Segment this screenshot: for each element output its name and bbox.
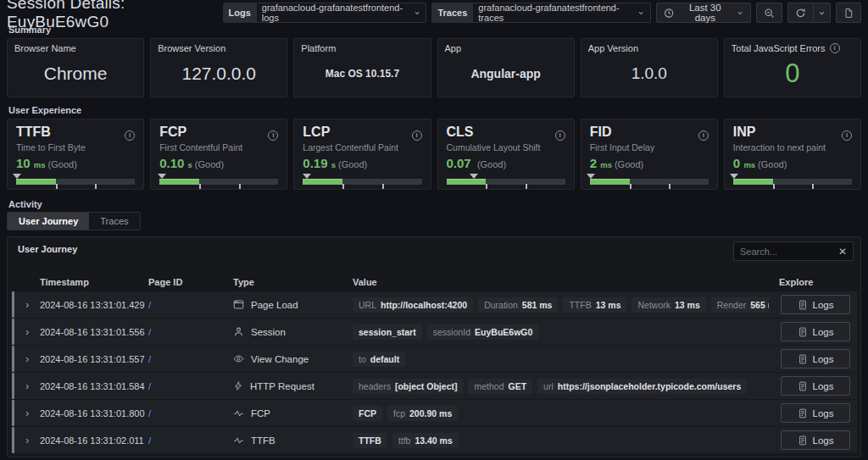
help-icon[interactable]: i xyxy=(268,125,278,141)
value-badge: TTFB xyxy=(353,433,387,448)
web-vital-title: FCP xyxy=(159,125,186,139)
stat-card-app-version: App Version1.0.0 xyxy=(581,38,718,97)
session-details-page: Session Details: EuyBuE6wG0 Logs grafana… xyxy=(0,0,868,460)
badge-label: fcp xyxy=(393,408,405,418)
help-icon[interactable]: i xyxy=(125,125,135,141)
page-id-link[interactable]: / xyxy=(148,408,233,418)
info-icon: i xyxy=(830,43,840,53)
web-vital-card-cls: CLSiCumulative Layout Shift0.07 (Good)0.… xyxy=(437,119,575,190)
badge-label: Network xyxy=(637,300,670,310)
help-icon[interactable]: i xyxy=(842,125,852,141)
page-id-link[interactable]: / xyxy=(148,381,233,391)
info-icon: i xyxy=(698,130,709,141)
web-vital-gauge: 100ms300ms xyxy=(590,179,709,190)
help-icon[interactable]: i xyxy=(412,125,422,141)
time-range-picker[interactable]: Last 30 days xyxy=(656,3,751,23)
browser-window-icon xyxy=(233,299,244,310)
gauge-tick xyxy=(342,184,344,190)
table-row: ›2024-08-16 13:31:01.584/HTTP Requesthea… xyxy=(11,373,857,399)
web-vital-title: CLS xyxy=(447,125,474,139)
zoom-out-button[interactable] xyxy=(756,3,782,23)
gauge-good-range xyxy=(159,179,199,185)
table-row: ›2024-08-16 13:31:01.429/Page LoadURLhtt… xyxy=(11,291,857,318)
explore-cell: Logs xyxy=(769,322,850,341)
row-expander-icon[interactable]: › xyxy=(18,353,40,364)
logs-button-label: Logs xyxy=(813,354,834,364)
badge-value: 565 ms xyxy=(750,300,769,310)
logs-button-label: Logs xyxy=(813,381,834,391)
stat-card-label: Platform xyxy=(294,39,430,53)
gauge-tick xyxy=(56,184,58,190)
gauge-value-marker xyxy=(303,174,311,179)
chevron-down-icon xyxy=(818,9,826,17)
activity-section-label: Activity xyxy=(8,199,42,209)
type-label: TTFB xyxy=(251,435,275,446)
web-vital-value: 0.19 xyxy=(303,156,331,170)
page-id-link[interactable]: / xyxy=(148,327,233,337)
timestamp-cell: 2024-08-16 13:31:01.556 xyxy=(40,327,148,337)
gauge-tick xyxy=(486,184,487,190)
logs-button[interactable]: Logs xyxy=(781,322,850,341)
gauge-track xyxy=(590,179,709,185)
logs-picker-value[interactable]: grafanacloud-grafanatestfrontend-logs xyxy=(257,3,427,23)
type-label: View Change xyxy=(251,354,309,364)
type-label: Page Load xyxy=(251,300,298,310)
web-vital-card-lcp: LCPiLargest Contentful Paint0.19 s(Good)… xyxy=(293,119,431,190)
web-vital-card-fid: FIDiFirst Input Delay2 ms(Good)100ms300m… xyxy=(581,119,718,190)
logs-button[interactable]: Logs xyxy=(781,403,850,423)
logs-button[interactable]: Logs xyxy=(781,295,850,314)
logs-button[interactable]: Logs xyxy=(781,430,850,450)
row-expander-icon[interactable]: › xyxy=(18,435,40,446)
row-expander-icon[interactable]: › xyxy=(18,299,40,310)
page-id-link[interactable]: / xyxy=(148,354,233,364)
search-input[interactable] xyxy=(740,247,838,257)
web-vital-gauge: 200ms500ms xyxy=(733,179,852,190)
gauge-good-range xyxy=(447,179,487,185)
value-badge: fcp200.90 ms xyxy=(387,406,458,421)
clock-icon xyxy=(664,8,674,19)
web-vital-subtitle: Time to First Byte xyxy=(16,142,135,152)
gauge-track xyxy=(303,179,421,185)
value-badges: FCPfcp200.90 ms xyxy=(353,406,769,421)
traces-picker-value[interactable]: grafanacloud-grafanatestfrontend-traces xyxy=(473,3,651,23)
row-expander-icon[interactable]: › xyxy=(18,326,40,337)
web-vital-title: LCP xyxy=(303,125,330,139)
help-icon[interactable]: i xyxy=(555,125,565,141)
stat-card-label: Browser Name xyxy=(8,39,143,53)
web-vital-unit: ms xyxy=(600,160,612,169)
column-header-type: Type xyxy=(233,277,353,287)
type-cell: View Change xyxy=(233,353,353,364)
row-expander-icon[interactable]: › xyxy=(18,380,40,391)
gauge-tick xyxy=(526,184,527,190)
column-header-timestamp: Timestamp xyxy=(40,277,148,287)
help-icon[interactable]: i xyxy=(698,125,709,141)
page-id-link[interactable]: / xyxy=(148,300,233,310)
value-badge: ttfb13.40 ms xyxy=(392,433,459,448)
page-id-link[interactable]: / xyxy=(148,435,233,446)
report-button[interactable] xyxy=(836,3,861,23)
gauge-tick xyxy=(239,184,241,190)
logs-datasource-picker[interactable]: Logs grafanacloud-grafanatestfrontend-lo… xyxy=(223,3,427,23)
badge-value: 13 ms xyxy=(596,300,621,310)
tab-traces[interactable]: Traces xyxy=(89,213,139,230)
logs-button[interactable]: Logs xyxy=(781,349,850,369)
eye-icon xyxy=(233,353,244,364)
stat-card-value: Mac OS 10.15.7 xyxy=(294,53,430,97)
logs-icon xyxy=(798,327,808,337)
tab-user-journey[interactable]: User Journey xyxy=(8,213,89,230)
value-badge: FCP xyxy=(353,406,382,421)
refresh-button[interactable] xyxy=(787,3,814,23)
value-badge: TTFB13 ms xyxy=(563,297,626,313)
pulse-icon xyxy=(233,435,244,446)
refresh-interval-dropdown[interactable] xyxy=(814,3,831,23)
explore-cell: Logs xyxy=(769,349,850,369)
logs-button[interactable]: Logs xyxy=(781,376,850,396)
traces-datasource-picker[interactable]: Traces grafanacloud-grafanatestfrontend-… xyxy=(431,3,650,23)
web-vital-unit: s xyxy=(188,160,192,169)
stat-card-browser-version: Browser Version127.0.0.0 xyxy=(150,38,287,97)
search-clear-icon[interactable]: ✕ xyxy=(838,247,847,257)
value-badges: TTFBttfb13.40 ms xyxy=(353,433,769,448)
explore-cell: Logs xyxy=(769,430,850,450)
row-expander-icon[interactable]: › xyxy=(18,407,40,418)
stat-card-label: Browser Version xyxy=(151,39,287,53)
